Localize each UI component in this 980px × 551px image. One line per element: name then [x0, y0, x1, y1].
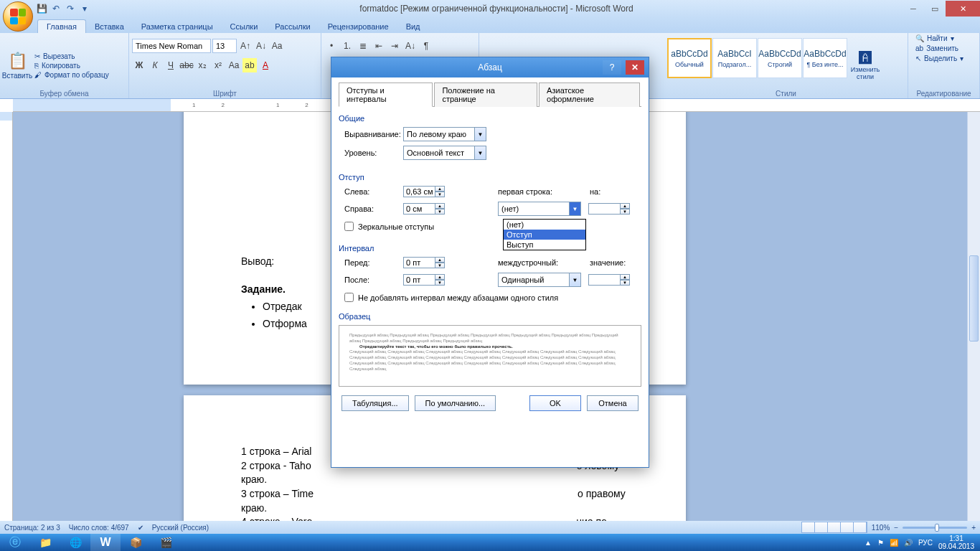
qat-more-icon[interactable]: ▾ — [79, 3, 90, 14]
multilevel-button[interactable]: ≣ — [356, 39, 370, 53]
decrease-indent-button[interactable]: ⇤ — [372, 39, 386, 53]
show-marks-button[interactable]: ¶ — [419, 39, 433, 53]
tab-references[interactable]: Ссылки — [222, 20, 267, 33]
down-icon[interactable]: ▼ — [435, 209, 445, 215]
numbering-button[interactable]: 1. — [340, 39, 354, 53]
down-icon[interactable]: ▼ — [435, 192, 445, 197]
up-icon[interactable]: ▲ — [435, 257, 445, 263]
status-proofing-icon[interactable]: ✔ — [138, 524, 143, 532]
strike-button[interactable]: abc — [179, 58, 194, 72]
space-after-spinner[interactable]: ▲▼ — [403, 274, 446, 286]
font-size-combo[interactable] — [212, 39, 237, 53]
zoom-thumb[interactable] — [935, 524, 939, 532]
first-line-dropdown[interactable]: (нет) Отступ Выступ — [503, 219, 586, 250]
dialog-close-button[interactable]: ✕ — [626, 60, 644, 75]
font-color-button[interactable]: A — [258, 58, 273, 72]
scroll-thumb[interactable] — [969, 255, 979, 342]
indent-right-spinner[interactable]: ▲▼ — [403, 203, 446, 215]
dialog-help-button[interactable]: ? — [603, 60, 621, 75]
style-subtitle[interactable]: AaBbCcIПодзагол... — [712, 38, 757, 78]
down-icon[interactable]: ▼ — [620, 209, 630, 215]
select-button[interactable]: ↖Выделить ▾ — [915, 55, 972, 62]
italic-button[interactable]: К — [148, 58, 162, 72]
vertical-ruler[interactable] — [0, 112, 13, 521]
paste-button[interactable]: 📋 Вставить — [3, 34, 32, 97]
superscript-button[interactable]: x² — [211, 58, 225, 72]
down-icon[interactable]: ▼ — [435, 280, 445, 286]
increase-indent-button[interactable]: ⇥ — [387, 39, 402, 53]
dropdown-option[interactable]: Отступ — [504, 230, 585, 240]
indent-by-spinner[interactable]: ▲▼ — [588, 203, 631, 215]
no-space-same-style-checkbox[interactable] — [344, 293, 354, 302]
up-icon[interactable]: ▲ — [435, 186, 445, 192]
volume-icon[interactable]: 🔊 — [904, 539, 913, 547]
tab-home[interactable]: Главная — [37, 19, 86, 33]
subscript-button[interactable]: x₂ — [195, 58, 209, 72]
tab-review[interactable]: Рецензирование — [319, 20, 397, 33]
style-strong[interactable]: AaBbCcDdСтрогий — [758, 38, 802, 78]
up-icon[interactable]: ▲ — [435, 203, 445, 209]
office-button[interactable] — [3, 1, 33, 32]
clear-format-button[interactable]: Aa — [270, 39, 284, 53]
find-button[interactable]: 🔍Найти ▾ — [915, 34, 972, 42]
zoom-in-button[interactable]: + — [971, 524, 976, 532]
grow-font-button[interactable]: A↑ — [238, 39, 253, 53]
replace-button[interactable]: abЗаменить — [915, 44, 972, 52]
bold-button[interactable]: Ж — [132, 58, 146, 72]
tab-asian[interactable]: Азиатское оформление — [539, 83, 640, 107]
change-case-button[interactable]: Aa — [227, 58, 241, 72]
indent-left-spinner[interactable]: ▲▼ — [403, 186, 446, 197]
underline-button[interactable]: Ч — [164, 58, 178, 72]
dropdown-option[interactable]: Выступ — [504, 240, 585, 250]
change-styles-button[interactable]: 🅰 Изменить стили — [847, 34, 883, 97]
ok-button[interactable]: OK — [529, 395, 581, 411]
view-buttons[interactable] — [801, 522, 867, 533]
cancel-button[interactable]: Отмена — [587, 395, 639, 411]
taskbar-chrome[interactable]: 🌐 — [60, 534, 90, 551]
format-painter-button[interactable]: 🖌Формат по образцу — [34, 71, 109, 79]
styles-gallery[interactable]: aBbCcDdОбычный AaBbCcIПодзагол... AaBbCc… — [667, 34, 847, 82]
font-name-combo[interactable] — [132, 39, 211, 53]
tab-insert[interactable]: Вставка — [86, 20, 133, 33]
network-icon[interactable]: 📶 — [890, 539, 898, 547]
status-language[interactable]: Русский (Россия) — [152, 524, 209, 532]
tab-page-layout[interactable]: Разметка страницы — [133, 20, 222, 33]
zoom-level[interactable]: 110% — [872, 524, 890, 532]
tray-language[interactable]: РУС — [918, 539, 933, 547]
spacing-at-spinner[interactable]: ▲▼ — [588, 274, 631, 286]
taskbar-explorer[interactable]: 📁 — [30, 534, 60, 551]
line-spacing-combo[interactable]: Одинарный▼ — [498, 273, 581, 287]
tab-line-breaks[interactable]: Положение на странице — [434, 83, 537, 107]
down-icon[interactable]: ▼ — [620, 280, 630, 286]
set-default-button[interactable]: По умолчанию... — [415, 395, 496, 411]
status-page[interactable]: Страница: 2 из 3 — [4, 524, 60, 532]
taskbar-winrar[interactable]: 📦 — [121, 534, 151, 551]
shrink-font-button[interactable]: A↓ — [254, 39, 268, 53]
dropdown-option[interactable]: (нет) — [504, 220, 585, 230]
dialog-titlebar[interactable]: Абзац ? ✕ — [331, 57, 649, 77]
maximize-button[interactable]: ▭ — [924, 1, 946, 17]
tabs-button[interactable]: Табуляция... — [341, 395, 409, 411]
tab-indents[interactable]: Отступы и интервалы — [339, 83, 433, 107]
close-button[interactable]: ✕ — [946, 1, 980, 17]
undo-icon[interactable]: ↶ — [50, 3, 62, 14]
first-line-combo[interactable]: (нет)▼ — [498, 202, 581, 216]
bullets-button[interactable]: • — [324, 39, 339, 53]
redo-icon[interactable]: ↷ — [65, 3, 76, 14]
cut-button[interactable]: ✂Вырезать — [34, 52, 109, 60]
taskbar-ie[interactable]: ⓔ — [0, 534, 30, 551]
status-words[interactable]: Число слов: 4/697 — [69, 524, 129, 532]
minimize-button[interactable]: ─ — [903, 1, 924, 17]
up-icon[interactable]: ▲ — [620, 203, 630, 209]
tab-mailings[interactable]: Рассылки — [266, 20, 319, 33]
copy-button[interactable]: ⎘Копировать — [34, 62, 109, 70]
tray-up-icon[interactable]: ▲ — [864, 539, 872, 547]
up-icon[interactable]: ▲ — [620, 274, 630, 280]
outline-level-combo[interactable]: Основной текст▼ — [403, 146, 486, 160]
down-icon[interactable]: ▼ — [435, 263, 445, 268]
save-icon[interactable]: 💾 — [36, 3, 47, 14]
vertical-scrollbar[interactable] — [967, 112, 980, 521]
mirror-indents-checkbox[interactable] — [344, 222, 354, 231]
tab-view[interactable]: Вид — [397, 20, 429, 33]
up-icon[interactable]: ▲ — [435, 274, 445, 280]
